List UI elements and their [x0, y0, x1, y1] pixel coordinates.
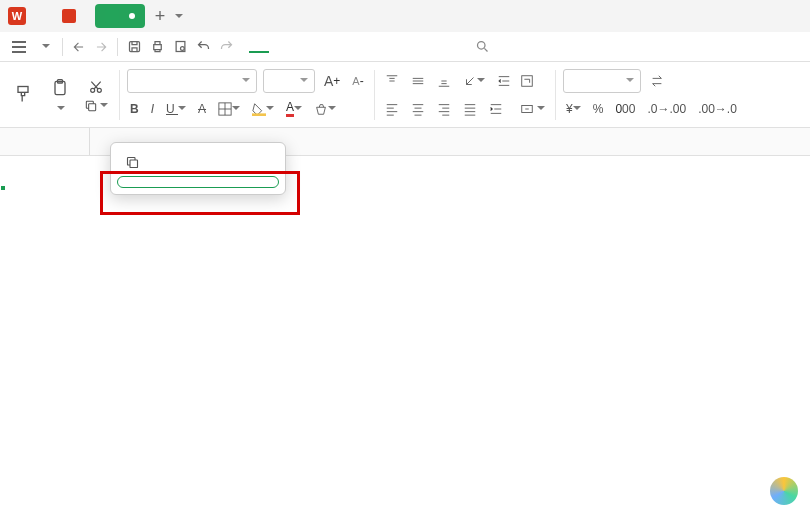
- file-menu[interactable]: [34, 37, 56, 56]
- chevron-down-icon: [42, 44, 50, 52]
- italic-button[interactable]: I: [148, 100, 157, 118]
- thousands-icon[interactable]: 000: [612, 100, 638, 118]
- align-middle-icon[interactable]: [408, 72, 428, 90]
- print-preview-button[interactable]: [170, 37, 191, 56]
- copy-split[interactable]: [84, 99, 108, 113]
- watermark-logo-icon: [770, 477, 798, 505]
- menu-bar: [0, 32, 810, 62]
- ribbon-tab-insert[interactable]: [271, 41, 291, 53]
- svg-point-4: [478, 42, 486, 50]
- font-group: A+ A- B I U A A: [127, 67, 367, 123]
- svg-rect-12: [252, 113, 266, 116]
- svg-rect-5: [18, 86, 28, 92]
- document-tab[interactable]: [95, 4, 145, 28]
- ribbon-tab-review[interactable]: [359, 41, 379, 53]
- cut-icon[interactable]: [85, 77, 107, 97]
- dec-inc-icon[interactable]: .0→.00: [644, 100, 689, 118]
- shrink-font-icon[interactable]: A-: [349, 72, 366, 90]
- align-group: [382, 67, 514, 123]
- svg-point-3: [181, 47, 185, 51]
- selection-handle[interactable]: [0, 185, 6, 191]
- svg-rect-13: [521, 75, 532, 86]
- copy-icon: [84, 99, 98, 113]
- copy-dropdown-menu: [110, 142, 286, 195]
- save-button[interactable]: [124, 37, 145, 56]
- number-group: ¥ % 000 .0→.00 .00→.0: [563, 67, 740, 123]
- strike-button[interactable]: A: [195, 100, 209, 118]
- justify-icon[interactable]: [460, 100, 480, 118]
- underline-button[interactable]: U: [163, 100, 189, 118]
- chevron-down-icon: [57, 106, 65, 114]
- ribbon-tab-efficiency[interactable]: [447, 41, 467, 53]
- indent-dec-icon[interactable]: [494, 72, 514, 90]
- separator: [117, 38, 118, 56]
- paste-icon[interactable]: [47, 75, 73, 101]
- convert-button[interactable]: [647, 72, 670, 90]
- percent-icon[interactable]: %: [590, 100, 607, 118]
- copy-icon: [125, 155, 140, 170]
- forward-button[interactable]: [91, 38, 111, 56]
- orientation-icon[interactable]: [460, 72, 488, 90]
- svg-rect-15: [130, 160, 138, 168]
- menu-button[interactable]: [6, 37, 32, 57]
- menu-item-copy[interactable]: [117, 149, 279, 176]
- bold-button[interactable]: B: [127, 100, 142, 118]
- print-button[interactable]: [147, 37, 168, 56]
- svg-rect-10: [89, 103, 96, 110]
- font-color-button[interactable]: A: [283, 98, 305, 119]
- wrap-merge-group: [517, 67, 548, 123]
- svg-rect-0: [130, 42, 140, 52]
- doc-icon: [62, 9, 76, 23]
- separator: [555, 70, 556, 120]
- ribbon: A+ A- B I U A A: [0, 62, 810, 128]
- format-painter-group: [6, 81, 40, 109]
- align-bottom-icon[interactable]: [434, 72, 454, 90]
- svg-rect-1: [154, 45, 162, 50]
- borders-button[interactable]: [215, 100, 243, 118]
- undo-button[interactable]: [193, 37, 214, 56]
- separator: [119, 70, 120, 120]
- back-button[interactable]: [69, 38, 89, 56]
- grow-font-icon[interactable]: A+: [321, 71, 343, 91]
- fill-color-button[interactable]: [249, 100, 277, 118]
- dec-dec-icon[interactable]: .00→.0: [695, 100, 740, 118]
- name-box[interactable]: [0, 128, 90, 155]
- chevron-down-icon: [242, 78, 250, 86]
- ribbon-tab-data[interactable]: [337, 41, 357, 53]
- paste-label[interactable]: [55, 103, 65, 114]
- separator: [374, 70, 375, 120]
- redo-button[interactable]: [216, 37, 237, 56]
- align-left-icon[interactable]: [382, 100, 402, 118]
- watermark: [770, 477, 802, 505]
- clear-format-button[interactable]: [311, 100, 339, 118]
- tabs-dropdown-icon[interactable]: [175, 14, 183, 22]
- font-family-select[interactable]: [127, 69, 257, 93]
- menu-item-copy-as-picture[interactable]: [117, 176, 279, 188]
- search-icon[interactable]: [475, 39, 490, 54]
- spreadsheet[interactable]: [0, 185, 810, 513]
- wrap-text-button[interactable]: [517, 72, 540, 90]
- indent-inc-icon[interactable]: [486, 100, 506, 118]
- currency-icon[interactable]: ¥: [563, 100, 584, 118]
- font-size-select[interactable]: [263, 69, 315, 93]
- hamburger-icon: [12, 41, 26, 53]
- templates-tab[interactable]: [52, 4, 91, 28]
- ribbon-tab-formula[interactable]: [315, 41, 335, 53]
- spreadsheet-icon: [105, 9, 119, 23]
- ribbon-tab-page[interactable]: [293, 41, 313, 53]
- dirty-dot-icon: [129, 13, 135, 19]
- title-bar: W +: [0, 0, 810, 32]
- ribbon-tab-start[interactable]: [249, 41, 269, 53]
- ribbon-tab-member[interactable]: [425, 41, 445, 53]
- ribbon-tabs: [249, 41, 467, 53]
- merge-cells-button[interactable]: [517, 100, 548, 118]
- align-center-icon[interactable]: [408, 100, 428, 118]
- format-painter-icon[interactable]: [10, 81, 36, 107]
- number-format-select[interactable]: [563, 69, 641, 93]
- align-top-icon[interactable]: [382, 72, 402, 90]
- align-right-icon[interactable]: [434, 100, 454, 118]
- separator: [62, 38, 63, 56]
- ribbon-tab-tools[interactable]: [403, 41, 423, 53]
- ribbon-tab-view[interactable]: [381, 41, 401, 53]
- new-tab-button[interactable]: +: [149, 6, 171, 27]
